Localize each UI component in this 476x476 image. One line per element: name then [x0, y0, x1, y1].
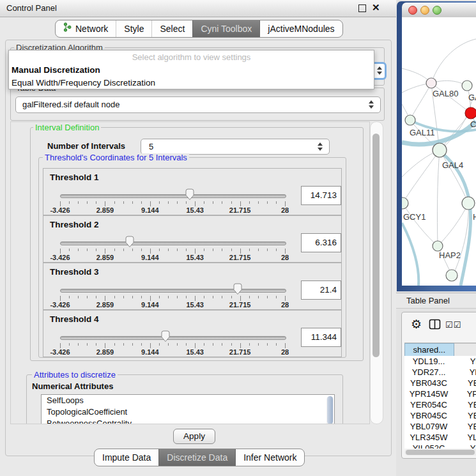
cell-shared-name[interactable]: YPR145W [404, 388, 453, 399]
network-canvas[interactable]: GAL80GACGAL11GAL4GCY1HHAP2 [402, 17, 476, 286]
cell-name[interactable]: YDL19... [453, 356, 476, 367]
threshold-slider-thumb[interactable] [160, 330, 171, 342]
tab-cyni-toolbox[interactable]: Cyni Toolbox [192, 20, 259, 37]
attribute-list-item[interactable]: SelfLoops [42, 395, 334, 406]
cell-name[interactable]: YBR043C [453, 378, 476, 388]
tab-select[interactable]: Select [151, 20, 192, 37]
table-row[interactable]: YBR043CYBR043C [404, 378, 476, 388]
gear-icon[interactable]: ⚙ [411, 318, 422, 332]
tab-style[interactable]: Style [116, 20, 151, 37]
network-node[interactable] [402, 197, 408, 209]
minimize-traffic-light-icon[interactable] [420, 6, 429, 15]
close-icon[interactable]: ✕ [372, 2, 380, 13]
attributes-list-scrollbar[interactable] [326, 396, 334, 424]
combo-arrows-icon [377, 66, 382, 75]
cell-shared-name[interactable]: YBL079W [404, 421, 453, 432]
network-node[interactable] [426, 78, 436, 88]
network-node[interactable] [462, 81, 472, 91]
network-thick-edge [402, 223, 418, 286]
table-hscrollbar-thumb[interactable] [406, 450, 475, 455]
cell-shared-name[interactable]: YDR27... [404, 367, 453, 378]
threshold-slider-track[interactable] [60, 242, 286, 245]
cell-name[interactable]: YER054C [453, 399, 476, 410]
cell-name[interactable]: YIL052C [453, 443, 476, 449]
threshold-value-field[interactable]: 11.344 [301, 328, 341, 347]
tab-discretize-data[interactable]: Discretize Data [158, 449, 235, 466]
network-node-label: C [470, 119, 476, 129]
threshold-slider-thumb[interactable] [233, 283, 243, 295]
network-node[interactable] [405, 115, 415, 125]
table-row[interactable]: YDR27...YDR27... [404, 367, 476, 378]
slider-scale-label: 2.859 [96, 348, 114, 356]
select-columns-checkboxes-icon[interactable]: ☑☑ [445, 320, 461, 330]
table-row[interactable]: YIL052CYIL052C [404, 443, 476, 449]
tab-impute-data[interactable]: Impute Data [95, 449, 158, 466]
threshold-value-field[interactable]: 21.4 [301, 280, 341, 300]
column-header-shared-name[interactable]: shared... [404, 343, 454, 357]
number-of-intervals-label: Number of Intervals [47, 141, 125, 151]
table-row[interactable]: YBL079WYBL079W [404, 421, 476, 432]
cell-name[interactable]: YPR145W [453, 388, 476, 399]
cell-shared-name[interactable]: YDL19... [404, 356, 453, 367]
table-data-combobox[interactable]: galFiltered.sif default node [15, 96, 381, 113]
cell-name[interactable]: YDR27... [453, 367, 476, 378]
threshold-slider-thumb[interactable] [185, 188, 195, 201]
cell-name[interactable]: YBL079W [453, 421, 476, 432]
columns-split-icon[interactable] [429, 319, 441, 332]
network-node-label: GA [468, 93, 476, 102]
float-window-icon[interactable] [358, 4, 366, 12]
apply-button[interactable]: Apply [173, 429, 215, 444]
close-traffic-light-icon[interactable] [408, 6, 417, 15]
column-header-name[interactable]: name [454, 343, 476, 357]
slider-scale-label: 28 [281, 301, 289, 309]
network-window-titlebar[interactable] [402, 3, 476, 18]
threshold-slider-track[interactable] [60, 336, 286, 340]
tab-infer-network[interactable]: Infer Network [235, 449, 304, 466]
dropdown-hint-option[interactable]: Select algorithm to view settings [9, 50, 374, 64]
attributes-list-scrollbar-thumb[interactable] [327, 396, 333, 424]
threshold-value-field[interactable]: 6.316 [301, 233, 341, 252]
cell-shared-name[interactable]: YBR045C [404, 410, 453, 421]
network-node[interactable] [462, 197, 475, 210]
threshold-slider-thumb[interactable] [125, 236, 135, 248]
table-row[interactable]: YLR345WYLR345W [404, 432, 476, 443]
numerical-attributes-label: Numerical Attributes [32, 381, 113, 391]
settings-scrollbar-thumb[interactable] [372, 134, 380, 357]
cell-shared-name[interactable]: YBR043C [404, 378, 453, 388]
tab-label: Discretize Data [167, 449, 227, 466]
attribute-list-item[interactable]: TopologicalCoefficient [42, 406, 334, 418]
table-panel-titlebar: Table Panel [396, 293, 476, 309]
table-row[interactable]: YER054CYER054C [404, 399, 476, 410]
network-node[interactable] [446, 270, 457, 281]
cell-shared-name[interactable]: YIL052C [404, 443, 453, 449]
table-row[interactable]: YBR045CYBR045C [404, 410, 476, 421]
network-node[interactable] [433, 241, 443, 251]
table-data-value: galFiltered.sif default node [22, 100, 119, 109]
thresholds-group-title: Threshold's Coordinates for 5 Intervals [43, 153, 189, 162]
attribute-list-item[interactable]: BetweennessCentrality [42, 418, 334, 424]
slider-scale-label: 15.43 [186, 206, 204, 214]
network-node[interactable] [465, 107, 476, 119]
numerical-attributes-list[interactable]: SelfLoopsTopologicalCoefficientBetweenne… [41, 394, 335, 424]
dropdown-option-manual-discretization[interactable]: Manual Discretization [9, 64, 374, 77]
dropdown-option-equal-width[interactable]: Equal Width/Frequency Discretization [9, 77, 374, 89]
threshold-slider-track[interactable] [60, 289, 286, 293]
threshold-slider-track[interactable] [60, 194, 286, 198]
cell-name[interactable]: YLR345W [453, 432, 476, 443]
cell-name[interactable]: YBR045C [453, 410, 476, 421]
zoom-traffic-light-icon[interactable] [433, 6, 441, 15]
table-row[interactable]: YDL19...YDL19... [404, 356, 476, 367]
tab-jactivemnodules[interactable]: jActiveMNodules [259, 20, 342, 37]
slider-scale-label: 28 [281, 348, 289, 356]
settings-scroll-viewport: Interval Definition Number of Intervals … [10, 121, 370, 424]
network-node[interactable] [433, 143, 447, 157]
settings-vertical-scrollbar[interactable] [370, 121, 383, 424]
cell-shared-name[interactable]: YLR345W [404, 432, 453, 443]
tab-network[interactable]: Network [56, 20, 116, 37]
table-horizontal-scrollbar[interactable] [404, 449, 476, 456]
node-table-card: ⚙ ☑☑ shared... name YDL19...YDL19...YDR2… [401, 312, 476, 459]
table-row[interactable]: YPR145WYPR145W [404, 388, 476, 399]
threshold-value-field[interactable]: 14.713 [301, 186, 341, 205]
cell-shared-name[interactable]: YER054C [404, 399, 453, 410]
cyni-mode-tabs: Impute Data Discretize Data Infer Networ… [94, 449, 305, 466]
